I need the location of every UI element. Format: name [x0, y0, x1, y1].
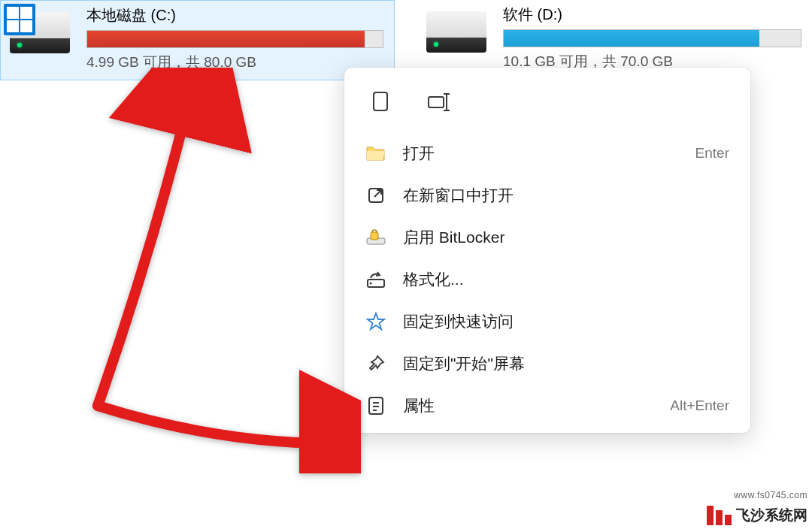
copy-icon — [372, 91, 392, 113]
new-window-icon — [365, 185, 386, 206]
properties-icon — [365, 395, 386, 416]
pin-star-icon — [365, 311, 386, 332]
drive-context-menu: 打开 Enter 在新窗口中打开 启用 BitLocker 格式化... 固定到… — [344, 68, 750, 433]
bitlocker-icon — [365, 227, 386, 248]
rename-icon — [427, 91, 451, 113]
menu-quick-actions — [344, 75, 750, 132]
menu-label: 格式化... — [403, 269, 729, 290]
folder-open-icon — [365, 143, 386, 164]
menu-item-format[interactable]: 格式化... — [344, 258, 750, 301]
watermark-url: www.fs0745.com — [734, 490, 807, 500]
menu-item-properties[interactable]: 属性 Alt+Enter — [344, 385, 750, 427]
menu-label: 属性 — [403, 395, 653, 416]
watermark-bars-icon — [707, 506, 732, 525]
menu-item-bitlocker[interactable]: 启用 BitLocker — [344, 216, 750, 258]
menu-label: 打开 — [403, 143, 679, 164]
capacity-text-c: 4.99 GB 可用，共 80.0 GB — [86, 53, 383, 72]
menu-label: 启用 BitLocker — [403, 227, 729, 248]
capacity-bar-c — [86, 30, 383, 48]
drive-item-c[interactable]: 本地磁盘 (C:) 4.99 GB 可用，共 80.0 GB — [0, 0, 395, 80]
menu-item-open[interactable]: 打开 Enter — [344, 132, 750, 174]
menu-label: 在新窗口中打开 — [403, 185, 729, 206]
svg-rect-2 — [429, 97, 444, 107]
menu-shortcut: Enter — [695, 145, 729, 162]
watermark-text: 飞沙系统网 — [736, 506, 807, 525]
drive-info-d: 软件 (D:) 10.1 GB 可用，共 70.0 GB — [494, 2, 810, 77]
drive-icon-d — [419, 2, 494, 62]
menu-item-new-window[interactable]: 在新窗口中打开 — [344, 174, 750, 216]
pin-icon — [365, 353, 386, 374]
drive-info-c: 本地磁盘 (C:) 4.99 GB 可用，共 80.0 GB — [77, 2, 392, 78]
svg-point-10 — [370, 283, 372, 285]
rename-button[interactable] — [421, 84, 457, 120]
drive-name-d: 软件 (D:) — [503, 5, 801, 25]
capacity-bar-d — [503, 29, 801, 47]
copy-button[interactable] — [364, 84, 400, 120]
menu-label: 固定到快速访问 — [403, 311, 729, 332]
menu-shortcut: Alt+Enter — [670, 398, 729, 414]
watermark: 飞沙系统网 — [707, 504, 812, 527]
windows-badge-icon — [4, 4, 35, 35]
format-drive-icon — [365, 269, 386, 290]
annotation-arrow-1 — [60, 68, 361, 476]
svg-rect-8 — [371, 232, 378, 240]
menu-item-pin-quick-access[interactable]: 固定到快速访问 — [344, 301, 750, 343]
menu-label: 固定到"开始"屏幕 — [403, 353, 729, 374]
drive-name-c: 本地磁盘 (C:) — [86, 5, 383, 26]
menu-item-pin-start[interactable]: 固定到"开始"屏幕 — [344, 343, 750, 385]
drive-icon-c — [2, 2, 77, 62]
